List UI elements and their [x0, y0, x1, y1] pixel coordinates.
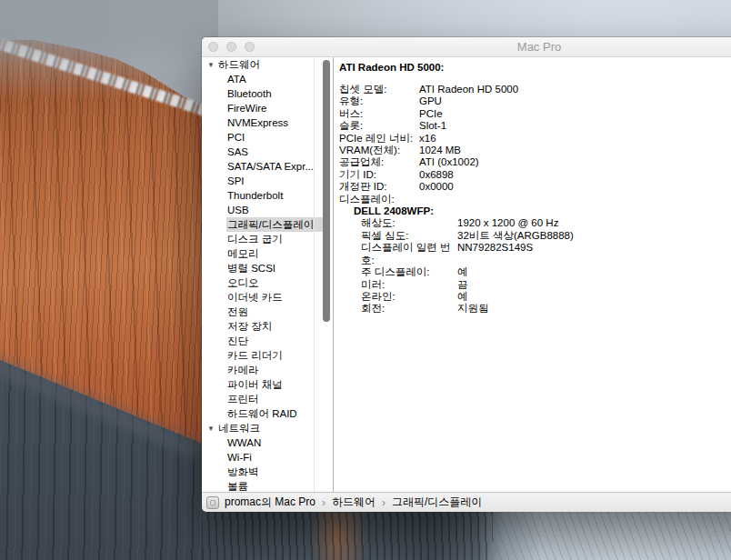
property-label: 공급업체:	[339, 156, 419, 168]
sidebar-item[interactable]: SAS	[202, 145, 323, 159]
window-title: Mac Pro	[202, 37, 731, 56]
property-row: 칩셋 모델:ATI Radeon HD 5000	[339, 84, 731, 95]
property-row: 회전:지원됨	[361, 303, 731, 315]
sidebar-item[interactable]: 디스크 굽기	[202, 232, 323, 246]
property-label: 픽셀 심도:	[361, 230, 457, 242]
property-value: 지원됨	[457, 303, 731, 315]
property-row: 주 디스플레이:예	[361, 266, 731, 278]
sidebar-item[interactable]: 하드웨어 RAID	[202, 406, 323, 421]
breadcrumb-item[interactable]: 그래픽/디스플레이	[392, 495, 482, 510]
system-information-window: Mac Pro ▼하드웨어ATABluetoothFireWireNVMExpr…	[202, 37, 731, 511]
property-row: 미러:끔	[361, 279, 731, 291]
display-properties: 해상도:1920 x 1200 @ 60 Hz픽셀 심도:32비트 색상(ARG…	[339, 217, 731, 315]
property-row: 기기 ID:0x6898	[339, 169, 731, 181]
breadcrumb-separator-icon: ›	[322, 496, 325, 509]
sidebar-item[interactable]: 메모리	[202, 246, 323, 261]
property-label: 슬롯:	[339, 120, 419, 132]
sidebar-item[interactable]: 이더넷 카드	[202, 290, 323, 305]
property-row: 해상도:1920 x 1200 @ 60 Hz	[361, 217, 731, 229]
sidebar-scrollbar-thumb[interactable]	[323, 60, 330, 322]
property-label: 버스:	[339, 108, 419, 120]
property-row: PCIe 레인 너비:x16	[339, 133, 731, 145]
disclosure-triangle-icon[interactable]: ▼	[207, 58, 215, 72]
sidebar-item[interactable]: PCI	[202, 130, 323, 145]
sidebar-item[interactable]: 전원	[202, 305, 323, 319]
property-value: x16	[419, 133, 731, 145]
sidebar-item[interactable]: 방화벽	[202, 465, 323, 479]
sidebar-item[interactable]: Wi-Fi	[202, 450, 323, 465]
sidebar-item[interactable]: FireWire	[202, 101, 323, 115]
window-titlebar[interactable]: Mac Pro	[202, 37, 731, 57]
close-button[interactable]	[208, 42, 218, 52]
property-value: PCIe	[419, 108, 731, 120]
property-label: 주 디스플레이:	[361, 266, 457, 278]
property-row: 개정판 ID:0x0000	[339, 181, 731, 193]
property-value: 1024 MB	[419, 145, 731, 156]
sidebar-item[interactable]: 진단	[202, 334, 323, 348]
sidebar-item[interactable]: ATA	[202, 72, 323, 86]
breadcrumb-item[interactable]: promac의 Mac Pro	[225, 495, 315, 510]
gpu-section-title: ATI Radeon HD 5000:	[339, 61, 731, 74]
sidebar-item[interactable]: 병렬 SCSI	[202, 261, 323, 275]
sidebar-item[interactable]: 카드 리더기	[202, 348, 323, 363]
breadcrumb: promac의 Mac Pro›하드웨어›그래픽/디스플레이	[225, 495, 482, 510]
zoom-button[interactable]	[245, 42, 255, 52]
sidebar-item[interactable]: USB	[202, 203, 323, 217]
path-bar: promac의 Mac Pro›하드웨어›그래픽/디스플레이	[202, 492, 731, 512]
sidebar-scrollbar-track[interactable]	[314, 57, 333, 492]
property-row: 온라인:예	[361, 291, 731, 303]
sidebar-item[interactable]: 카메라	[202, 363, 323, 377]
sidebar-item[interactable]: SPI	[202, 174, 323, 188]
breadcrumb-separator-icon: ›	[382, 496, 386, 509]
property-label: 기기 ID:	[339, 169, 419, 181]
property-label: 디스플레이:	[339, 194, 419, 205]
property-label: 회전:	[361, 303, 457, 315]
property-value: GPU	[419, 95, 731, 107]
disclosure-triangle-icon[interactable]: ▼	[207, 422, 215, 435]
sidebar-item[interactable]: Bluetooth	[202, 86, 323, 101]
property-value: 예	[457, 266, 731, 278]
property-row: 슬롯:Slot-1	[339, 120, 731, 132]
property-label: PCIe 레인 너비:	[339, 133, 419, 145]
sidebar: ▼하드웨어ATABluetoothFireWireNVMExpressPCISA…	[202, 57, 334, 492]
sidebar-group-label: 하드웨어	[218, 59, 260, 70]
property-row: 디스플레이 일련 번호:NN79282S149S	[361, 242, 731, 266]
property-row: 버스:PCIe	[339, 108, 731, 120]
property-value: 끔	[457, 279, 731, 291]
property-row: 공급업체:ATI (0x1002)	[339, 156, 731, 168]
wallpaper-fog	[0, 0, 218, 100]
sidebar-item[interactable]: NVMExpress	[202, 115, 323, 130]
sidebar-item[interactable]: 저장 장치	[202, 319, 323, 334]
property-label: 미러:	[361, 279, 457, 291]
property-label: 개정판 ID:	[339, 181, 419, 193]
wallpaper-bottom-valley	[202, 505, 731, 560]
gpu-properties: 칩셋 모델:ATI Radeon HD 5000유형:GPU버스:PCIe슬롯:…	[339, 84, 731, 205]
property-label: 디스플레이 일련 번호:	[361, 242, 457, 266]
property-value: ATI Radeon HD 5000	[419, 84, 731, 95]
property-value: 0x6898	[419, 169, 731, 181]
property-label: 해상도:	[361, 217, 457, 229]
sidebar-item[interactable]: 오디오	[202, 275, 323, 290]
detail-pane: ATI Radeon HD 5000: 칩셋 모델:ATI Radeon HD …	[334, 57, 731, 492]
traffic-light-buttons	[208, 42, 255, 52]
sidebar-item[interactable]: 파이버 채널	[202, 377, 323, 392]
sidebar-group-label: 네트워크	[218, 423, 260, 434]
window-body: ▼하드웨어ATABluetoothFireWireNVMExpressPCISA…	[202, 57, 731, 492]
property-label: 온라인:	[361, 291, 457, 303]
property-label: VRAM(전체):	[339, 145, 419, 156]
mac-pro-icon	[206, 496, 219, 509]
property-row: VRAM(전체):1024 MB	[339, 145, 731, 156]
property-row: 픽셀 심도:32비트 색상(ARGB8888)	[361, 230, 731, 242]
property-value: 예	[457, 291, 731, 303]
sidebar-item[interactable]: 그래픽/디스플레이	[226, 217, 323, 232]
minimize-button[interactable]	[226, 42, 236, 52]
property-value	[419, 194, 731, 205]
sidebar-item[interactable]: 볼륨	[202, 479, 323, 492]
sidebar-item[interactable]: Thunderbolt	[202, 188, 323, 203]
sidebar-item[interactable]: SATA/SATA Expr...	[202, 159, 323, 174]
sidebar-item[interactable]: 프린터	[202, 392, 323, 406]
breadcrumb-item[interactable]: 하드웨어	[332, 495, 376, 510]
sidebar-item[interactable]: WWAN	[202, 435, 323, 450]
property-row: 유형:GPU	[339, 95, 731, 107]
property-value: 1920 x 1200 @ 60 Hz	[457, 217, 731, 229]
